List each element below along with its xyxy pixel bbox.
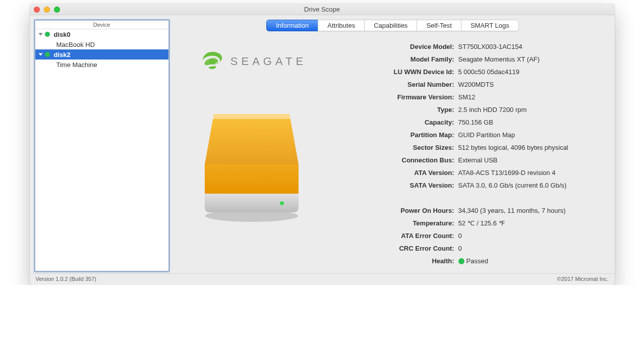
value-device-model: ST750LX003-1AC154 <box>458 43 522 50</box>
value-crcerr: 0 <box>458 245 462 252</box>
label-sata: SATA Version: <box>332 182 458 189</box>
sidebar-item-label: Time Machine <box>56 61 97 69</box>
label-sector: Sector Sizes: <box>332 144 458 151</box>
seagate-wordmark: SEAGATE <box>230 55 307 68</box>
status-dot-icon <box>45 32 50 37</box>
window-controls <box>34 7 60 13</box>
close-icon[interactable] <box>34 7 40 13</box>
value-model-family: Seagate Momentus XT (AF) <box>458 55 540 63</box>
minimize-icon[interactable] <box>44 7 50 13</box>
label-lu-wwn: LU WWN Device Id: <box>332 68 458 76</box>
value-sector: 512 bytes logical, 4096 bytes physical <box>458 144 568 151</box>
label-temp: Temperature: <box>332 219 458 227</box>
value-poh: 34,340 (3 years, 11 months, 7 hours) <box>458 207 566 214</box>
sidebar-item-label: disk2 <box>54 51 71 58</box>
status-dot-icon <box>45 52 50 57</box>
label-ata: ATA Version: <box>332 169 458 177</box>
label-crcerr: CRC Error Count: <box>332 245 458 252</box>
value-connbus: External USB <box>458 156 498 164</box>
value-sata: SATA 3.0, 6.0 Gb/s (current 6.0 Gb/s) <box>458 182 567 189</box>
label-serial: Serial Number: <box>332 81 458 88</box>
tab-information[interactable]: Information <box>266 20 318 31</box>
footer: Version 1.0.2 (Build 357) ©2017 Micromat… <box>30 273 615 285</box>
label-health: Health: <box>332 257 458 265</box>
tab-attributes[interactable]: Attributes <box>318 20 364 31</box>
seagate-mark-icon <box>200 49 224 74</box>
version-text: Version 1.0.2 (Build 357) <box>36 276 96 282</box>
value-type: 2.5 inch HDD 7200 rpm <box>458 106 527 113</box>
value-health: Passed <box>458 257 488 265</box>
label-poh: Power On Hours: <box>332 207 458 214</box>
tab-bar: Information Attributes Capabilities Self… <box>171 20 615 31</box>
label-capacity: Capacity: <box>332 119 458 126</box>
info-panel: Device Model:ST750LX003-1AC154 Model Fam… <box>332 40 605 267</box>
device-sidebar: Device disk0 MacBook HD disk2 <box>35 20 169 271</box>
label-ataerr: ATA Error Count: <box>332 232 458 240</box>
seagate-logo: SEAGATE <box>200 49 307 74</box>
health-text: Passed <box>466 257 488 265</box>
label-model-family: Model Family: <box>332 55 458 63</box>
titlebar: Drive Scope <box>30 4 615 15</box>
zoom-icon[interactable] <box>54 7 60 13</box>
tab-capabilities[interactable]: Capabilities <box>364 20 417 31</box>
value-ata: ATA8-ACS T13/1699-D revision 4 <box>458 169 556 177</box>
drive-icon <box>199 104 305 226</box>
value-ataerr: 0 <box>458 232 462 240</box>
window-title: Drive Scope <box>30 6 615 13</box>
sidebar-item-disk0-volume[interactable]: MacBook HD <box>35 39 168 49</box>
sidebar-item-disk0[interactable]: disk0 <box>35 29 168 39</box>
value-temp: 52 ℃ / 125.6 ℉ <box>458 219 505 227</box>
svg-point-1 <box>280 201 284 205</box>
value-lu-wwn: 5 000c50 05dac4119 <box>458 68 519 76</box>
chevron-down-icon <box>38 33 42 36</box>
value-serial: W200MDTS <box>458 81 494 88</box>
value-partition: GUID Partition Map <box>458 131 515 139</box>
value-firmware: SM12 <box>458 93 476 101</box>
sidebar-item-label: MacBook HD <box>56 41 95 48</box>
label-firmware: Firmware Version: <box>332 93 458 101</box>
value-capacity: 750.156 GB <box>458 119 493 126</box>
sidebar-item-disk2-volume[interactable]: Time Machine <box>35 60 168 70</box>
sidebar-item-label: disk0 <box>54 31 71 38</box>
tab-selftest[interactable]: Self-Test <box>417 20 461 31</box>
chevron-down-icon <box>38 53 42 56</box>
app-window: Drive Scope Device disk0 MacBook HD <box>30 4 615 285</box>
tab-smartlogs[interactable]: SMART Logs <box>461 20 519 31</box>
device-tree: disk0 MacBook HD disk2 Time Machine <box>35 29 168 70</box>
copyright-text: ©2017 Micromat Inc. <box>557 276 609 282</box>
health-dot-icon <box>458 258 464 264</box>
sidebar-header: Device <box>35 21 168 29</box>
label-type: Type: <box>332 106 458 113</box>
label-partition: Partition Map: <box>332 131 458 139</box>
label-connbus: Connection Bus: <box>332 156 458 164</box>
label-device-model: Device Model: <box>332 43 458 50</box>
sidebar-item-disk2[interactable]: disk2 <box>35 49 168 60</box>
